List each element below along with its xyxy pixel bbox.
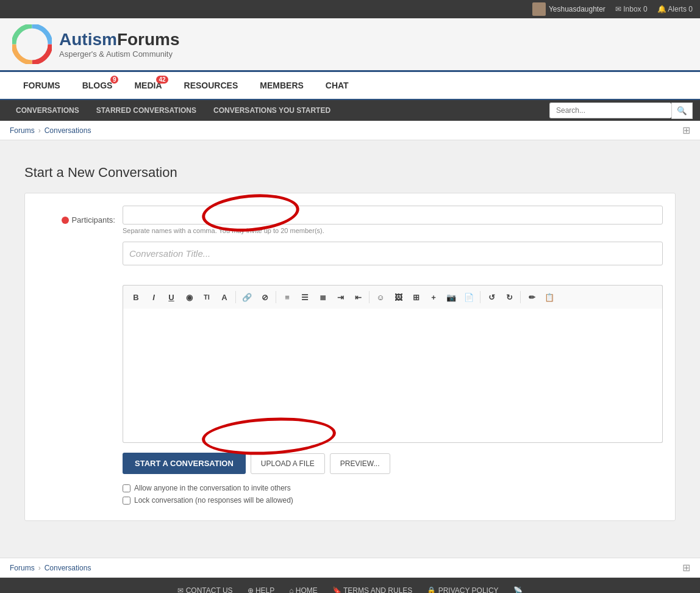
bottom-sep: › bbox=[38, 564, 41, 572]
breadcrumb-bar: Forums › Conversations ⊞ bbox=[0, 121, 700, 140]
nav-blogs[interactable]: BLOGS9 bbox=[71, 72, 124, 99]
sep1 bbox=[235, 291, 236, 303]
nav-resources[interactable]: RESOURCES bbox=[173, 72, 249, 99]
footer-terms[interactable]: 🔖 TERMS AND RULES bbox=[332, 586, 412, 593]
subnav-starred[interactable]: STARRED CONVERSATIONS bbox=[88, 100, 205, 121]
unlink-button[interactable]: ⊘ bbox=[257, 289, 273, 305]
nav-chat[interactable]: CHAT bbox=[315, 72, 360, 99]
participants-field-area: Separate names with a comma. You may inv… bbox=[123, 206, 663, 234]
footer-contact[interactable]: ✉ CONTACT US bbox=[177, 586, 232, 593]
footer-rss[interactable]: 📡 bbox=[513, 586, 523, 593]
upload-file-button[interactable]: UPLOAD A FILE bbox=[251, 453, 325, 474]
bottom-breadcrumb-links: Forums › Conversations bbox=[10, 564, 91, 572]
subnav-started[interactable]: CONVERSATIONS YOU STARTED bbox=[205, 100, 339, 121]
nav-forums[interactable]: FORUMS bbox=[12, 72, 71, 99]
page-title: Start a New Conversation bbox=[24, 165, 676, 181]
sep2 bbox=[276, 291, 276, 303]
breadcrumb: Forums › Conversations bbox=[10, 126, 91, 135]
bottom-forums-link[interactable]: Forums bbox=[10, 564, 35, 572]
text-style-button[interactable]: TI bbox=[199, 289, 215, 305]
blogs-badge: 9 bbox=[110, 76, 119, 84]
plus-button[interactable]: + bbox=[426, 289, 441, 305]
sub-nav: CONVERSATIONS STARRED CONVERSATIONS CONV… bbox=[0, 100, 700, 121]
doc-button[interactable]: 📄 bbox=[461, 289, 477, 305]
search-input[interactable] bbox=[549, 102, 671, 118]
logo-title: AutismForums bbox=[59, 30, 180, 49]
nav-media[interactable]: MEDIA42 bbox=[123, 72, 173, 99]
form-container: Participants: Separate names with a comm… bbox=[24, 193, 676, 521]
editor-toolbar: B I U ◉ TI A 🔗 ⊘ ≡ ☰ ≣ ⇥ ⇤ ☺ bbox=[123, 285, 663, 309]
search-area: 🔍 bbox=[549, 102, 693, 119]
username[interactable]: Yeshuasdaughter bbox=[549, 5, 605, 13]
footer-privacy[interactable]: 🔒 PRIVACY POLICY bbox=[427, 586, 498, 593]
options-icon[interactable]: ⊞ bbox=[682, 124, 690, 136]
required-dot bbox=[62, 217, 69, 224]
footer-links: ✉ CONTACT US ⊕ HELP ⌂ HOME 🔖 TERMS AND R… bbox=[9, 586, 691, 593]
table-button[interactable]: ⊞ bbox=[408, 289, 424, 305]
bold-button[interactable]: B bbox=[128, 289, 144, 305]
camera-button[interactable]: 📷 bbox=[443, 289, 459, 305]
subnav-conversations[interactable]: CONVERSATIONS bbox=[7, 100, 88, 121]
main-nav: FORUMS BLOGS9 MEDIA42 RESOURCES MEMBERS … bbox=[0, 72, 700, 100]
start-conversation-button[interactable]: START A CONVERSATION bbox=[123, 453, 246, 474]
site-logo: AutismForums Asperger's & Autism Communi… bbox=[12, 24, 180, 64]
title-input[interactable] bbox=[123, 242, 663, 265]
paste-button[interactable]: 📋 bbox=[541, 289, 557, 305]
breadcrumb-sep: › bbox=[38, 126, 41, 135]
user-info: Yeshuasdaughter bbox=[532, 2, 605, 16]
lock-conversation-checkbox[interactable] bbox=[123, 497, 130, 505]
site-footer: ✉ CONTACT US ⊕ HELP ⌂ HOME 🔖 TERMS AND R… bbox=[0, 578, 700, 593]
inbox-link[interactable]: ✉ Inbox 0 bbox=[615, 5, 648, 13]
nav-members[interactable]: MEMBERS bbox=[249, 72, 315, 99]
emoji-button[interactable]: ☺ bbox=[373, 289, 388, 305]
preview-button[interactable]: PREVIEW... bbox=[330, 453, 390, 474]
link-button[interactable]: 🔗 bbox=[239, 289, 255, 305]
footer-help[interactable]: ⊕ HELP bbox=[248, 586, 275, 593]
edit-button[interactable]: ✏ bbox=[524, 289, 540, 305]
search-button[interactable]: 🔍 bbox=[671, 102, 693, 119]
participants-row: Participants: Separate names with a comm… bbox=[37, 206, 663, 234]
image-button[interactable]: 🖼 bbox=[390, 289, 406, 305]
editor-area: B I U ◉ TI A 🔗 ⊘ ≡ ☰ ≣ ⇥ ⇤ ☺ bbox=[123, 285, 663, 443]
logo-subtitle: Asperger's & Autism Community bbox=[59, 49, 180, 59]
italic-button[interactable]: I bbox=[146, 289, 162, 305]
footer-home[interactable]: ⌂ HOME bbox=[289, 586, 318, 593]
content-area: Start a New Conversation Participants: S… bbox=[0, 140, 700, 545]
lock-conversation-label: Lock conversation (no responses will be … bbox=[134, 496, 293, 505]
indent-button[interactable]: ⇥ bbox=[332, 289, 348, 305]
allow-invite-label: Allow anyone in the conversation to invi… bbox=[134, 484, 291, 492]
align-button[interactable]: ≡ bbox=[279, 289, 295, 305]
olist-button[interactable]: ≣ bbox=[315, 289, 330, 305]
checkboxes-area: Allow anyone in the conversation to invi… bbox=[123, 484, 663, 505]
participants-label: Participants: bbox=[71, 215, 115, 225]
participants-input[interactable] bbox=[123, 206, 663, 225]
bottom-conversations-link[interactable]: Conversations bbox=[45, 564, 91, 572]
bottom-options-icon[interactable]: ⊞ bbox=[682, 562, 690, 573]
circle-button[interactable]: ◉ bbox=[181, 289, 197, 305]
bottom-breadcrumb: Forums › Conversations ⊞ bbox=[0, 558, 700, 578]
alerts-link[interactable]: 🔔 Alerts 0 bbox=[657, 5, 693, 13]
editor-body[interactable] bbox=[123, 309, 663, 443]
ulist-button[interactable]: ☰ bbox=[297, 289, 313, 305]
sep5 bbox=[520, 291, 521, 303]
participants-hint: Separate names with a comma. You may inv… bbox=[123, 227, 663, 234]
avatar bbox=[532, 2, 546, 16]
sep3 bbox=[369, 291, 370, 303]
logo-icon bbox=[12, 24, 52, 64]
logo-text: AutismForums Asperger's & Autism Communi… bbox=[59, 30, 180, 59]
allow-invite-checkbox[interactable] bbox=[123, 484, 130, 492]
action-row: START A CONVERSATION UPLOAD A FILE PREVI… bbox=[123, 453, 663, 474]
sep4 bbox=[480, 291, 480, 303]
lock-conversation-row: Lock conversation (no responses will be … bbox=[123, 496, 663, 505]
font-button[interactable]: A bbox=[216, 289, 232, 305]
top-bar: Yeshuasdaughter ✉ Inbox 0 🔔 Alerts 0 bbox=[0, 0, 700, 18]
outdent-button[interactable]: ⇤ bbox=[350, 289, 366, 305]
title-field-area bbox=[123, 242, 663, 275]
undo-button[interactable]: ↺ bbox=[484, 289, 499, 305]
redo-button[interactable]: ↻ bbox=[501, 289, 517, 305]
participants-label-area: Participants: bbox=[37, 215, 123, 225]
breadcrumb-forums[interactable]: Forums bbox=[10, 126, 35, 135]
main-content: Start a New Conversation Participants: S… bbox=[15, 165, 685, 521]
underline-button[interactable]: U bbox=[163, 289, 179, 305]
breadcrumb-conversations[interactable]: Conversations bbox=[45, 126, 91, 135]
